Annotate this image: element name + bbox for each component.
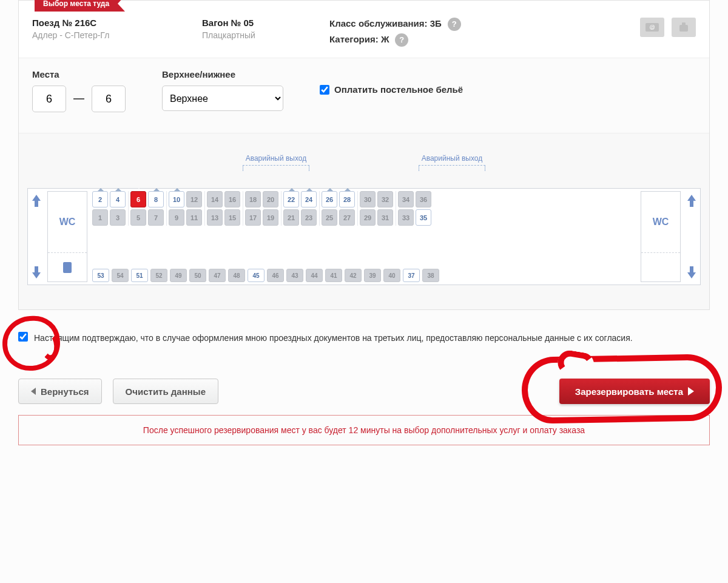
seat-54: 54 (112, 269, 129, 282)
bedding-row[interactable]: Оплатить постельное бельё (320, 84, 463, 95)
seat-5: 5 (130, 209, 146, 226)
seat-4[interactable]: 4 (110, 191, 126, 207)
seat-24[interactable]: 24 (301, 191, 317, 207)
seat-50: 50 (189, 269, 206, 282)
wc-label: WC (641, 192, 680, 252)
help-icon-service-class[interactable]: ? (448, 18, 461, 31)
seat-scheme: Аварийный выход Аварийный выход WC 21436… (19, 133, 709, 309)
back-button[interactable]: Вернуться (18, 379, 102, 404)
seat-1: 1 (92, 209, 108, 226)
seats-label: Места (32, 69, 126, 79)
seat-46: 46 (267, 269, 284, 282)
seat-9: 9 (169, 209, 184, 226)
consent-checkbox[interactable] (18, 332, 28, 342)
seat-44: 44 (306, 269, 323, 282)
seat-38: 38 (422, 269, 439, 282)
seat-48: 48 (228, 269, 245, 282)
seat-19: 19 (263, 209, 278, 226)
seat-17: 17 (245, 209, 261, 226)
eticket-icon[interactable]: @ (640, 18, 664, 37)
seat-34: 34 (398, 191, 414, 207)
clear-button[interactable]: Очистить данные (113, 379, 218, 404)
wc-right: WC (641, 191, 681, 282)
car-end-right (683, 189, 700, 285)
seat-40: 40 (383, 269, 400, 282)
bedding-checkbox[interactable] (320, 85, 329, 95)
seat-from-input[interactable] (32, 86, 66, 112)
seat-21: 21 (283, 209, 299, 226)
wagon-number: Вагон № 05 (202, 18, 317, 28)
seat-29: 29 (360, 209, 376, 226)
seat-10[interactable]: 10 (169, 191, 184, 207)
seat-8[interactable]: 8 (148, 191, 164, 207)
arrow-down-icon (31, 265, 42, 280)
compartment: 22212423 (281, 191, 317, 226)
seat-28[interactable]: 28 (339, 191, 355, 207)
wc-left: WC (47, 191, 87, 282)
seat-37[interactable]: 37 (403, 269, 420, 282)
chevron-right-icon (688, 387, 694, 396)
seat-12: 12 (186, 191, 202, 207)
seat-23: 23 (301, 209, 317, 226)
compartment: 1091211 (166, 191, 202, 226)
booking-card: Выбор места туда Поезд № 216С Адлер - С-… (18, 0, 710, 310)
seat-13: 13 (207, 209, 223, 226)
seat-42: 42 (345, 269, 362, 282)
seat-18: 18 (245, 191, 261, 207)
seat-16: 16 (224, 191, 240, 207)
seat-to-input[interactable] (92, 86, 126, 112)
help-icon-category[interactable]: ? (395, 33, 408, 47)
seat-30: 30 (360, 191, 376, 207)
compartment: 26252827 (319, 191, 355, 226)
seat-39: 39 (364, 269, 381, 282)
seat-47: 47 (209, 269, 226, 282)
compartment: 2143 (92, 191, 126, 226)
compartment: 14131615 (204, 191, 240, 226)
seat-53[interactable]: 53 (92, 269, 109, 282)
arrow-up-icon (686, 194, 697, 208)
compartment: 34333635 (396, 191, 431, 226)
seat-52: 52 (150, 269, 167, 282)
svg-text:@: @ (649, 24, 655, 30)
chevron-left-icon (31, 388, 36, 395)
baggage-icon[interactable] (672, 18, 696, 37)
train-route: Адлер - С-Петер-Гл (32, 30, 190, 40)
seat-31: 31 (377, 209, 393, 226)
seat-22[interactable]: 22 (283, 191, 299, 207)
berth-select[interactable]: ВерхнееНижнееЛюбое (162, 86, 283, 111)
seat-36: 36 (416, 191, 431, 207)
svg-rect-3 (682, 22, 686, 25)
seat-20: 20 (263, 191, 278, 207)
emergency-exit-label-1: Аварийный выход (243, 154, 309, 171)
consent-text: Настоящим подтверждаю, что в случае офор… (34, 332, 633, 345)
reserve-button[interactable]: Зарезервировать места (559, 379, 710, 404)
wagon-type: Плацкартный (202, 30, 317, 40)
seat-3: 3 (110, 209, 126, 226)
seat-35[interactable]: 35 (416, 209, 431, 226)
seat-25: 25 (322, 209, 337, 226)
category-label: Категория: Ж (329, 34, 389, 44)
consent-row: Настоящим подтверждаю, что в случае офор… (18, 332, 710, 345)
seat-51[interactable]: 51 (131, 269, 148, 282)
seat-2[interactable]: 2 (92, 191, 108, 207)
seat-14: 14 (207, 191, 223, 207)
seat-43: 43 (286, 269, 303, 282)
range-dash (73, 98, 84, 99)
compartment: 6587 (128, 191, 164, 226)
compartment: 18172019 (243, 191, 278, 226)
arrow-up-icon (31, 194, 42, 208)
arrow-down-icon (686, 265, 697, 280)
svg-rect-2 (679, 25, 688, 32)
train-number: Поезд № 216С (32, 18, 190, 28)
seat-7: 7 (148, 209, 164, 226)
berth-label: Верхнее/нижнее (162, 69, 283, 79)
seat-33: 33 (398, 209, 414, 226)
seat-45[interactable]: 45 (248, 269, 265, 282)
seat-26[interactable]: 26 (322, 191, 337, 207)
reservation-note: После успешного резервирования мест у ва… (18, 415, 710, 445)
wc-label: WC (48, 192, 87, 252)
seat-27: 27 (339, 209, 355, 226)
seat-49: 49 (170, 269, 187, 282)
seat-6[interactable]: 6 (130, 191, 146, 207)
seat-32: 32 (377, 191, 393, 207)
